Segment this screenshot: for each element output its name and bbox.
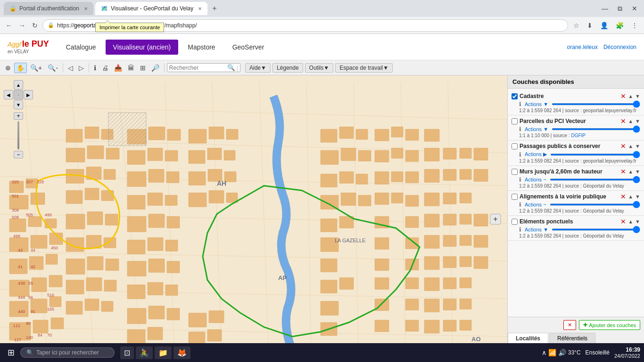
zoom-in-map-btn[interactable]: 🔍+ (28, 63, 44, 73)
taskbar-app-taskview[interactable]: ⊡ (120, 346, 134, 359)
layer-info-icon-elements[interactable]: ℹ (519, 226, 521, 233)
layer-delete-passages[interactable]: ✕ (620, 142, 626, 150)
taskbar-app-firefox[interactable]: 🦊 (173, 346, 190, 359)
prev-extent-btn[interactable]: ◁ (66, 63, 75, 73)
nav-down-btn[interactable]: ▼ (14, 100, 23, 109)
profile-button[interactable]: 👤 (598, 21, 611, 30)
layer-checkbox-elements[interactable] (512, 219, 518, 225)
search-submit-btn[interactable]: 🔍 (227, 64, 235, 71)
layer-delete-cadastre[interactable]: ✕ (620, 92, 626, 100)
layer-checkbox-alignements[interactable] (512, 194, 518, 200)
layer-checkbox-parcelles[interactable] (512, 118, 518, 124)
nav-up-btn[interactable]: ▲ (14, 80, 23, 90)
layer-info-icon-parcelles[interactable]: ℹ (519, 126, 521, 132)
download-browser-button[interactable]: ⬇ (585, 21, 595, 30)
layer-down-alignements[interactable]: ▼ (635, 194, 640, 199)
menu-browser-button[interactable]: ⋮ (629, 21, 640, 30)
tab-close-auth[interactable]: ✕ (84, 6, 88, 11)
layer-down-parcelles[interactable]: ▼ (635, 118, 640, 124)
layer-opacity-passages[interactable] (550, 154, 640, 156)
layer-down-elements[interactable]: ▼ (635, 219, 640, 224)
bookmark-button[interactable]: ☆ (571, 21, 582, 30)
browser-tab-geo[interactable]: 🗺️ Visualiseur - GeoPortail du Velay ✕ (95, 2, 207, 15)
layer-up-parcelles[interactable]: ▲ (628, 118, 633, 124)
map-zoom-plus[interactable]: + (490, 214, 501, 224)
dgfip-link[interactable]: DGFIP (571, 133, 586, 138)
outils-menu-btn[interactable]: Outils▼ (305, 63, 334, 73)
zoom-minus-ctrl[interactable]: − (14, 151, 23, 158)
raster-map-btn[interactable]: ⊞ (138, 63, 148, 73)
nav-visualiseur[interactable]: Visualiseur (ancien) (106, 40, 179, 55)
nav-mapstore[interactable]: Mapstore (180, 40, 223, 55)
nav-center-btn[interactable]: · (14, 90, 23, 99)
layer-actions-btn-murs[interactable]: Actions ~ (523, 176, 548, 183)
info-map-btn[interactable]: ℹ (91, 63, 99, 73)
layer-actions-btn-alignements[interactable]: Actions ~ (523, 201, 548, 208)
layer-up-elements[interactable]: ▲ (628, 219, 633, 224)
layer-down-murs[interactable]: ▼ (635, 169, 640, 174)
next-extent-btn[interactable]: ▷ (76, 63, 86, 73)
add-layer-btn[interactable]: ✚ Ajouter des couches (579, 320, 640, 330)
tab-localites[interactable]: Localités (508, 333, 548, 344)
layer-checkbox-passages[interactable] (512, 143, 518, 149)
extensions-button[interactable]: 🧩 (613, 21, 626, 30)
taskbar-search-input[interactable] (36, 349, 107, 356)
map-container[interactable]: + AH AP AE AO LA GAZELLE 306 307 325 328… (0, 75, 507, 362)
add-tab-button[interactable]: + (209, 4, 219, 13)
nav-right-btn[interactable]: ▶ (24, 90, 33, 99)
tab-close-geo[interactable]: ✕ (198, 6, 202, 11)
layer-up-passages[interactable]: ▲ (628, 143, 633, 149)
search-input[interactable] (169, 65, 226, 71)
history-map-btn[interactable]: 🏛 (125, 63, 137, 73)
search-map-btn[interactable]: 🔎 (149, 63, 162, 73)
taskbar-app-bike[interactable]: 🚴 (136, 346, 153, 359)
layer-up-murs[interactable]: ▲ (628, 169, 633, 174)
back-button[interactable]: ← (4, 21, 14, 30)
layer-delete-alignements[interactable]: ✕ (620, 193, 626, 200)
aide-menu-btn[interactable]: Aide▼ (245, 63, 271, 73)
user-link[interactable]: orane.leleux (567, 44, 598, 50)
download-map-btn[interactable]: 📥 (112, 63, 124, 73)
layer-down-passages[interactable]: ▼ (635, 143, 640, 149)
tray-expand-icon[interactable]: ∧ (542, 349, 546, 356)
legende-menu-btn[interactable]: Légende (272, 63, 303, 73)
volume-icon[interactable]: 🔊 (558, 349, 566, 356)
layer-delete-elements[interactable]: ✕ (620, 218, 626, 225)
zoom-out-map-btn[interactable]: 🔍- (45, 63, 60, 73)
forward-button[interactable]: → (17, 21, 27, 30)
nav-geoserver[interactable]: GeoServer (225, 40, 272, 55)
layer-actions-btn-cadastre[interactable]: Actions ▼ (523, 101, 550, 107)
layer-opacity-parcelles[interactable] (552, 128, 640, 130)
layer-info-icon-passages[interactable]: ℹ (519, 151, 521, 158)
logout-link[interactable]: Déconnexion (603, 44, 636, 50)
maximize-button[interactable]: ⧉ (615, 4, 625, 14)
pan-btn[interactable]: ✋ (14, 63, 27, 73)
start-button[interactable]: ⊞ (4, 346, 18, 360)
network-icon[interactable]: 📶 (548, 349, 556, 356)
zoom-area-btn[interactable]: ⊕ (3, 63, 13, 73)
nav-left-btn[interactable]: ◀ (4, 90, 13, 99)
browser-tab-auth[interactable]: 🔒 Portail d'authentification ✕ (4, 2, 93, 15)
close-button[interactable]: ✕ (629, 4, 640, 13)
layer-up-alignements[interactable]: ▲ (628, 194, 633, 199)
layer-up-cadastre[interactable]: ▲ (628, 93, 633, 99)
zoom-plus-ctrl[interactable]: + (14, 112, 23, 120)
layer-info-icon-cadastre[interactable]: ℹ (519, 101, 521, 107)
espace-travail-menu-btn[interactable]: Espace de travail▼ (335, 63, 393, 73)
layer-delete-parcelles[interactable]: ✕ (620, 117, 626, 125)
layer-opacity-murs[interactable] (550, 179, 640, 181)
taskbar-clock[interactable]: 16:39 24/07/2022 (614, 346, 640, 359)
layer-down-cadastre[interactable]: ▼ (635, 93, 640, 99)
layer-opacity-alignements[interactable] (550, 204, 640, 206)
nav-catalogue[interactable]: Catalogue (58, 40, 104, 55)
layer-opacity-cadastre[interactable] (552, 103, 640, 105)
layer-actions-btn-passages[interactable]: Actions ▶ (523, 151, 548, 158)
layer-checkbox-cadastre[interactable] (512, 93, 518, 99)
print-btn[interactable]: 🖨 (99, 63, 111, 73)
refresh-button[interactable]: ↻ (30, 21, 40, 30)
layer-info-icon-alignements[interactable]: ℹ (519, 201, 521, 208)
layer-checkbox-murs[interactable] (512, 169, 518, 175)
layer-opacity-elements[interactable] (552, 229, 640, 230)
taskbar-app-files[interactable]: 📁 (155, 346, 172, 359)
layer-delete-murs[interactable]: ✕ (620, 168, 626, 175)
